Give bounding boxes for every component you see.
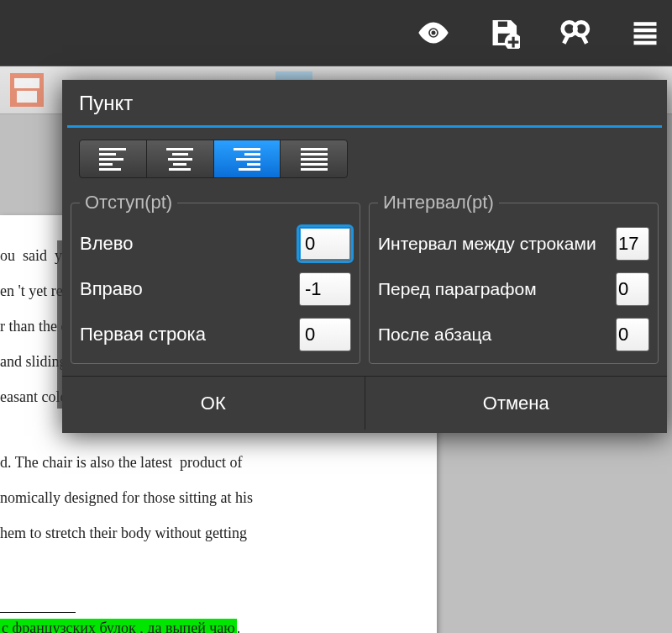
cancel-button[interactable]: Отмена xyxy=(365,377,668,430)
alignment-button-group xyxy=(79,140,348,178)
spacing-legend: Интервал(pt) xyxy=(378,192,499,214)
indent-left-input[interactable] xyxy=(299,227,351,261)
dialog-actions: ОК Отмена xyxy=(62,376,667,430)
dialog-title: Пункт xyxy=(62,80,667,125)
line-spacing-label: Интервал между строками xyxy=(378,234,596,254)
line-spacing-input[interactable] xyxy=(616,227,649,261)
dialog-divider xyxy=(67,125,662,128)
space-after-input[interactable] xyxy=(616,318,649,351)
indent-right-label: Вправо xyxy=(80,278,143,300)
indent-left-label: Влево xyxy=(80,233,133,255)
menu-icon[interactable] xyxy=(627,14,664,51)
doc-line: hem to stretch their body without gettin… xyxy=(0,518,437,548)
space-before-input[interactable] xyxy=(616,272,649,306)
save-button[interactable] xyxy=(8,71,45,108)
doc-line: d. The chair is also the latest product … xyxy=(0,447,437,477)
spacing-group: Интервал(pt) Интервал между строками Пер… xyxy=(369,192,659,364)
preview-icon[interactable] xyxy=(415,14,452,51)
align-center-button[interactable] xyxy=(147,140,214,177)
svg-rect-1 xyxy=(497,21,508,28)
indent-firstline-input[interactable] xyxy=(299,318,351,351)
svg-point-0 xyxy=(431,30,437,36)
indent-firstline-label: Первая строка xyxy=(80,324,206,346)
align-right-button[interactable] xyxy=(214,140,281,177)
doc-line: nomically designed for those sitting at … xyxy=(0,483,437,513)
save-plus-icon[interactable] xyxy=(486,14,522,51)
indent-legend: Отступ(pt) xyxy=(80,192,177,214)
indent-group: Отступ(pt) Влево Вправо Первая строка xyxy=(71,192,360,364)
top-actionbar xyxy=(0,0,672,66)
align-justify-button[interactable] xyxy=(281,140,347,177)
paragraph-dialog: Пункт Отступ(pt) Влево Вправо Первая стр… xyxy=(62,80,667,433)
space-before-label: Перед параграфом xyxy=(378,279,537,299)
indent-right-input[interactable] xyxy=(299,272,351,306)
svg-point-5 xyxy=(575,22,588,35)
align-left-button[interactable] xyxy=(80,140,147,177)
find-icon[interactable] xyxy=(556,14,593,51)
highlighted-text[interactable]: с французских булок , да выпей чаю xyxy=(0,619,237,633)
space-after-label: После абзаца xyxy=(378,324,491,345)
ok-button[interactable]: ОК xyxy=(62,377,365,430)
